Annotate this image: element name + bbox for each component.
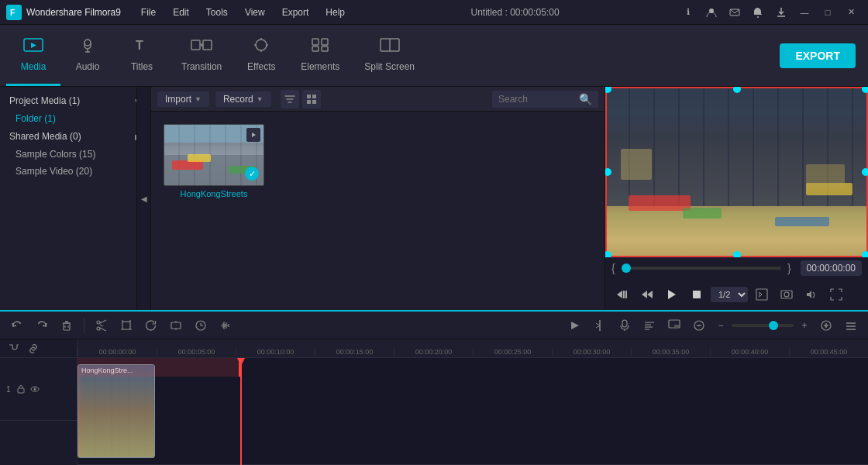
export-button[interactable]: EXPORT — [780, 43, 856, 68]
svg-point-13 — [256, 40, 267, 50]
track-1-lock-button[interactable] — [14, 382, 28, 396]
zoom-thumb[interactable] — [769, 321, 778, 330]
close-button[interactable]: ✕ — [840, 5, 862, 20]
menu-view[interactable]: View — [237, 4, 273, 21]
video-clip-hongkong[interactable]: HongKongStre... — [78, 364, 155, 458]
content-panel: Import ▼ Record ▼ 🔍 — [151, 87, 604, 310]
snapshot-button[interactable] — [776, 284, 797, 305]
maximize-button[interactable]: □ — [817, 5, 839, 20]
sidebar-collapse-btn[interactable]: ◀ — [136, 87, 150, 310]
media-item-hongkong[interactable]: ✓ HongKongStreets — [164, 124, 264, 198]
track-1-eye-button[interactable] — [28, 382, 42, 396]
play-button[interactable] — [661, 284, 683, 305]
menu-tools[interactable]: Tools — [198, 4, 236, 21]
track-1-label: 1 — [0, 358, 77, 421]
ruler-mark-9: 00:00:45:00 — [789, 348, 868, 356]
ruler-labels: 00:00:00:00 00:00:05:00 00:00:10:00 00:0… — [78, 339, 868, 357]
email-button[interactable] — [724, 5, 746, 20]
svg-rect-19 — [322, 39, 328, 45]
delete-button[interactable] — [56, 315, 78, 336]
zoom-minus-button[interactable]: − — [713, 318, 728, 333]
search-box: 🔍 — [492, 91, 598, 108]
minimize-button[interactable]: — — [794, 5, 815, 20]
notification-button[interactable] — [747, 5, 769, 20]
timeline-toolbar: − + — [0, 312, 868, 339]
media-icon — [23, 36, 43, 58]
timeline-text-button[interactable] — [639, 315, 660, 336]
download-button[interactable] — [770, 5, 792, 20]
track-labels: 1 — [0, 339, 78, 465]
track-tools-row — [0, 339, 77, 358]
toolbar-elements[interactable]: Elements — [288, 25, 352, 86]
import-dropdown-arrow: ▼ — [195, 95, 202, 103]
filter-button[interactable] — [281, 90, 299, 108]
record-button[interactable]: Record ▼ — [215, 91, 271, 107]
toolbar-audio[interactable]: Audio — [60, 25, 115, 86]
sidebar-folder[interactable]: Folder (1) — [0, 110, 150, 127]
svg-rect-24 — [307, 95, 311, 98]
search-icon: 🔍 — [579, 93, 592, 105]
playhead[interactable] — [240, 358, 242, 465]
svg-rect-35 — [693, 291, 701, 298]
grid-view-button[interactable] — [302, 90, 321, 108]
undo-button[interactable] — [6, 315, 28, 336]
menu-bar: File Edit Tools View Export Help — [133, 4, 353, 21]
audio-levels-button[interactable] — [215, 315, 236, 336]
timeline-more-button[interactable] — [840, 315, 862, 336]
info-button[interactable]: ℹ — [677, 5, 699, 20]
import-button[interactable]: Import ▼ — [157, 91, 209, 107]
svg-point-4 — [757, 16, 759, 18]
search-input[interactable] — [498, 94, 576, 105]
svg-text:F: F — [10, 9, 15, 17]
menu-export[interactable]: Export — [274, 4, 317, 21]
sample-colors-label: Sample Colors (15) — [16, 149, 95, 160]
project-title: Untitled : 00:00:05:00 — [353, 7, 677, 18]
link-clips-button[interactable] — [25, 340, 42, 357]
menu-file[interactable]: File — [133, 4, 164, 21]
timeline-play-button[interactable] — [564, 315, 586, 336]
rewind-button[interactable] — [636, 284, 658, 305]
account-button[interactable] — [701, 5, 722, 20]
toolbar-media[interactable]: Media — [6, 25, 60, 86]
scale-button[interactable] — [165, 315, 187, 336]
fullscreen-preview-button[interactable] — [751, 284, 773, 305]
stop-button[interactable] — [686, 284, 708, 305]
volume-button[interactable] — [801, 284, 822, 305]
timeline-mic-button[interactable] — [614, 315, 636, 336]
toolbar-splitscreen[interactable]: Split Screen — [352, 25, 427, 86]
sidebar-sample-colors[interactable]: Sample Colors (15) — [0, 146, 150, 163]
in-point-region — [78, 358, 240, 377]
rotate-button[interactable] — [140, 315, 162, 336]
timeline-right-tools: − + — [564, 315, 862, 336]
toolbar-effects[interactable]: Effects — [234, 25, 288, 86]
progress-thumb[interactable] — [622, 264, 631, 273]
cut-button[interactable] — [91, 315, 112, 336]
sidebar-shared-media[interactable]: Shared Media (0) ▶ — [0, 127, 150, 146]
quality-selector[interactable]: 1/2 — [711, 287, 748, 302]
toolbar-transition[interactable]: Transition — [169, 25, 234, 86]
toolbar-titles[interactable]: T Titles — [115, 25, 169, 86]
svg-rect-25 — [312, 95, 316, 98]
tracks-content: HongKongStre... — [78, 358, 868, 465]
crop-button[interactable] — [115, 315, 137, 336]
prev-frame-button[interactable] — [611, 284, 633, 305]
maximize-preview-button[interactable] — [825, 284, 847, 305]
timeline-snap-button[interactable] — [589, 315, 611, 336]
clock-button[interactable] — [190, 315, 212, 336]
toolbar-titles-label: Titles — [131, 61, 153, 72]
timeline-add-button[interactable] — [815, 315, 837, 336]
zoom-plus-button[interactable]: + — [797, 318, 812, 333]
menu-help[interactable]: Help — [318, 4, 353, 21]
timeline-pip-button[interactable] — [663, 315, 685, 336]
timeline-remove-button[interactable] — [688, 315, 710, 336]
magnetic-timeline-button[interactable] — [5, 340, 22, 357]
redo-button[interactable] — [31, 315, 53, 336]
progress-track[interactable] — [622, 267, 781, 270]
sidebar-sample-video[interactable]: Sample Video (20) — [0, 163, 150, 180]
filter-icons — [281, 90, 321, 108]
sidebar-project-media[interactable]: Project Media (1) ▼ — [0, 91, 150, 110]
zoom-control: − + — [713, 318, 812, 333]
sidebar: Project Media (1) ▼ Folder (1) Shared Me… — [0, 87, 151, 310]
zoom-track[interactable] — [732, 324, 794, 327]
menu-edit[interactable]: Edit — [165, 4, 197, 21]
